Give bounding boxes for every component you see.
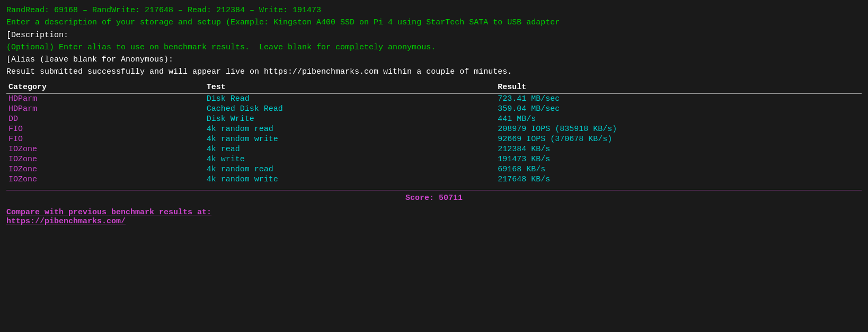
- cell-test: Disk Write: [207, 114, 498, 124]
- table-row: IOZone4k read212384 KB/s: [6, 144, 862, 154]
- cell-result: 92669 IOPS (370678 KB/s): [498, 134, 862, 144]
- cell-test: Cached Disk Read: [207, 104, 498, 114]
- description-label: [Description:: [6, 29, 862, 41]
- storage-prompt: Enter a description of your storage and …: [6, 16, 862, 29]
- cell-test: Disk Read: [207, 93, 498, 104]
- cell-result: 359.04 MB/sec: [498, 104, 862, 114]
- cell-category: IOZone: [6, 174, 207, 185]
- header-test: Test: [207, 82, 498, 93]
- cell-category: IOZone: [6, 154, 207, 164]
- submit-result: Result submitted successfully and will a…: [6, 66, 862, 78]
- cell-category: FIO: [6, 124, 207, 134]
- table-row: DDDisk Write441 MB/s: [6, 114, 862, 124]
- cell-result: 208979 IOPS (835918 KB/s): [498, 124, 862, 134]
- cell-test: 4k random write: [207, 174, 498, 185]
- table-header-row: Category Test Result: [6, 82, 862, 93]
- compare-url[interactable]: https://pibenchmarks.com/: [6, 217, 862, 226]
- cell-result: 723.41 MB/sec: [498, 93, 862, 104]
- score-label: Score: 50711: [405, 194, 463, 203]
- alias-prompt: (Optional) Enter alias to use on benchma…: [6, 41, 862, 54]
- cell-test: 4k write: [207, 154, 498, 164]
- header-result: Result: [498, 82, 862, 93]
- cell-test: 4k read: [207, 144, 498, 154]
- cell-test: 4k random read: [207, 164, 498, 174]
- stats-line: RandRead: 69168 – RandWrite: 217648 – Re…: [6, 4, 862, 16]
- table-row: IOZone4k random write217648 KB/s: [6, 174, 862, 185]
- cell-test: 4k random read: [207, 124, 498, 134]
- cell-category: FIO: [6, 134, 207, 144]
- cell-category: DD: [6, 114, 207, 124]
- table-row: FIO4k random write92669 IOPS (370678 KB/…: [6, 134, 862, 144]
- cell-category: HDParm: [6, 93, 207, 104]
- alias-label: [Alias (leave blank for Anonymous):: [6, 54, 862, 66]
- cell-category: IOZone: [6, 164, 207, 174]
- table-row: FIO4k random read208979 IOPS (835918 KB/…: [6, 124, 862, 134]
- table-row: HDParmDisk Read723.41 MB/sec: [6, 93, 862, 104]
- cell-category: HDParm: [6, 104, 207, 114]
- cell-category: IOZone: [6, 144, 207, 154]
- table-row: HDParmCached Disk Read359.04 MB/sec: [6, 104, 862, 114]
- cell-result: 191473 KB/s: [498, 154, 862, 164]
- cell-result: 217648 KB/s: [498, 174, 862, 185]
- header-category: Category: [6, 82, 207, 93]
- cell-result: 441 MB/s: [498, 114, 862, 124]
- cell-result: 69168 KB/s: [498, 164, 862, 174]
- score-row: Score: 50711: [6, 190, 862, 203]
- table-row: IOZone4k write191473 KB/s: [6, 154, 862, 164]
- cell-result: 212384 KB/s: [498, 144, 862, 154]
- compare-section: Compare with previous benchmark results …: [6, 208, 862, 226]
- table-row: IOZone4k random read69168 KB/s: [6, 164, 862, 174]
- benchmark-table: Category Test Result HDParmDisk Read723.…: [6, 82, 862, 185]
- cell-test: 4k random write: [207, 134, 498, 144]
- compare-text: Compare with previous benchmark results …: [6, 208, 862, 217]
- benchmark-table-container: Category Test Result HDParmDisk Read723.…: [6, 82, 862, 203]
